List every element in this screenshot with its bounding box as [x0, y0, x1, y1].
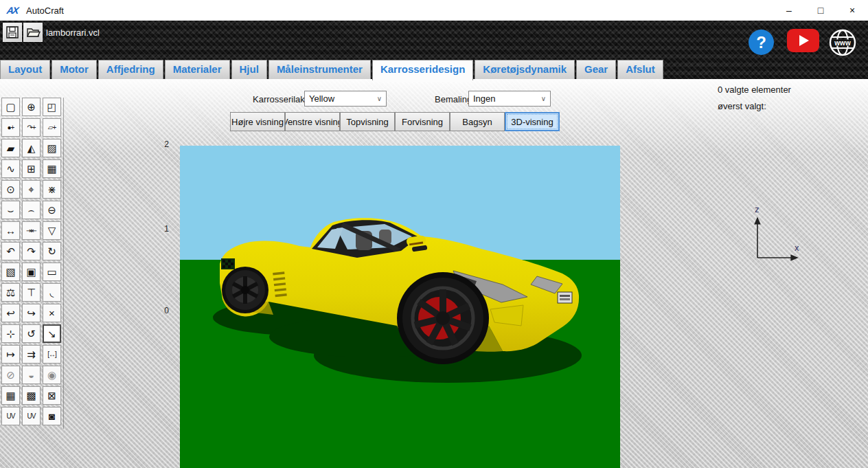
ruler-label-2: 2: [158, 140, 169, 149]
view-button-højre-visning[interactable]: Højre visning: [230, 112, 285, 131]
copy-group-icon[interactable]: ▦: [1, 386, 20, 405]
rotate-tool-icon[interactable]: ↺: [22, 324, 41, 343]
open-button[interactable]: [23, 23, 43, 42]
selection-frame-icon[interactable]: ◰: [43, 98, 61, 116]
decal-label: Bemaling: [435, 94, 472, 104]
scale-tool-icon[interactable]: ↘: [43, 324, 61, 343]
tab-affjedring[interactable]: Affjedring: [98, 60, 163, 79]
paint-color-value: Yellow: [309, 93, 334, 104]
snap-points-icon[interactable]: ⋇: [43, 180, 61, 199]
extrude-face-icon[interactable]: ⇉: [22, 345, 41, 364]
mirror-group-icon[interactable]: ⊠: [43, 386, 61, 405]
folder-icon: [25, 25, 41, 39]
normal-arrow-icon[interactable]: ▽: [43, 221, 61, 240]
show-element-icon[interactable]: ◉: [43, 366, 61, 384]
rotate-surface-x-icon[interactable]: ↶: [1, 242, 20, 260]
decal-dropdown[interactable]: Ingen ∨: [468, 91, 551, 107]
paste-group-icon[interactable]: ▩: [22, 386, 41, 405]
hide-element-icon[interactable]: ⊘: [1, 366, 20, 384]
duplicate-surface-icon[interactable]: ▨: [43, 139, 61, 157]
tab-materialer[interactable]: Materialer: [165, 60, 230, 79]
tab-hjul[interactable]: Hjul: [231, 60, 267, 79]
weld-points-icon[interactable]: ⚖: [1, 283, 20, 302]
add-polyline-icon[interactable]: ∿: [1, 159, 20, 178]
extrude-solid-icon[interactable]: ▭: [43, 263, 61, 281]
front-wheel[interactable]: [397, 272, 489, 364]
add-point-icon[interactable]: ●+: [1, 118, 20, 137]
chevron-down-icon: ∨: [377, 95, 382, 102]
move-tool-icon[interactable]: ⊹: [1, 324, 20, 343]
svg-text:www: www: [834, 39, 851, 47]
new-file-icon[interactable]: ▢: [1, 98, 20, 116]
split-squares-icon[interactable]: ▦: [43, 159, 61, 178]
tool-palette: ▢⊕◰●+↷+▱+▰◭▨∿⊞▦⊙⌖⋇⌣⌢⊖↔⇥⇤▽↶↷↻▧▣▭⚖⊤◟↩↪×⊹↺↘…: [1, 98, 63, 427]
inset-surface-icon[interactable]: ▣: [22, 263, 41, 281]
top-selected-label: øverst valgt:: [718, 101, 766, 111]
z-axis-label: z: [755, 204, 760, 214]
paint-color-dropdown[interactable]: Yellow ∨: [304, 91, 387, 107]
x-axis-label: x: [795, 243, 799, 253]
fillet-corner-icon[interactable]: ◟: [43, 283, 61, 302]
arc-shallow-icon[interactable]: ⌣: [1, 201, 20, 219]
subdivide-grid-icon[interactable]: ⊞: [22, 159, 41, 178]
spread-points-icon[interactable]: ↔: [1, 221, 20, 240]
merge-distance-icon[interactable]: ⇥⇤: [22, 221, 41, 240]
help-button[interactable]: ?: [749, 30, 774, 55]
fill-ellipse-icon[interactable]: ⊖: [43, 201, 61, 219]
car-rear-grill: [221, 258, 235, 269]
add-surface-icon[interactable]: ▱+: [43, 118, 61, 137]
rotate-surface-y-icon[interactable]: ↷: [22, 242, 41, 260]
merge-points-icon[interactable]: ⊙: [1, 180, 20, 199]
viewport-3d-canvas[interactable]: [180, 146, 620, 468]
delete-icon[interactable]: ×: [43, 304, 61, 322]
main-tab-bar: LayoutMotorAffjedringMaterialerHjulMålei…: [0, 60, 665, 80]
view-button-venstre-visning[interactable]: Venstre visning: [285, 112, 340, 131]
tab-layout[interactable]: Layout: [0, 60, 50, 79]
maximize-button[interactable]: □: [805, 0, 836, 21]
stitch-edges-icon[interactable]: ⊤: [22, 283, 41, 302]
paint-label: Karrosserilak:: [253, 94, 307, 104]
view-button-forvisning[interactable]: Forvisning: [395, 112, 450, 131]
tab-køretøjsdynamik[interactable]: Køretøjsdynamik: [475, 60, 575, 79]
website-button[interactable]: www: [827, 27, 858, 60]
tab-karrosseridesign[interactable]: Karrosseridesign: [372, 60, 473, 80]
shear-surface-icon[interactable]: ▧: [1, 263, 20, 281]
render-camera-icon[interactable]: ◙: [43, 407, 61, 425]
uv-map-car-icon[interactable]: UV: [22, 407, 41, 425]
translate-points-icon[interactable]: ↦: [1, 345, 20, 364]
current-filename: lamborrari.vcl: [46, 27, 100, 38]
close-button[interactable]: ×: [836, 0, 868, 21]
view-button-row: Højre visningVenstre visningTopvisningFo…: [230, 112, 560, 131]
distribute-points-icon[interactable]: [↔]: [43, 345, 61, 364]
view-button-3d-visning[interactable]: 3D-visning: [505, 112, 560, 131]
tab-gear[interactable]: Gear: [576, 60, 616, 79]
add-curve-point-icon[interactable]: ↷+: [22, 118, 41, 137]
save-button[interactable]: [3, 23, 22, 42]
view-button-bagsyn[interactable]: Bagsyn: [450, 112, 505, 131]
rotate-surface-z-icon[interactable]: ↻: [43, 242, 61, 260]
undo-icon[interactable]: ↩: [1, 304, 20, 322]
hide-partial-icon[interactable]: ◒: [22, 366, 41, 384]
ruler-label-0: 0: [158, 306, 169, 315]
redo-icon[interactable]: ↪: [22, 304, 41, 322]
arc-steep-icon[interactable]: ⌢: [22, 201, 41, 219]
uv-map-surface-icon[interactable]: UV: [1, 407, 20, 425]
play-icon: [799, 35, 809, 46]
view-button-topvisning[interactable]: Topvisning: [340, 112, 395, 131]
tab-motor[interactable]: Motor: [52, 60, 97, 79]
surface-points-icon[interactable]: ▰: [1, 139, 20, 157]
selected-count-text: 0 valgte elementer: [718, 85, 791, 95]
tool-palette-edge: [63, 98, 64, 429]
ruler-label-1: 1: [158, 224, 169, 234]
triangulate-icon[interactable]: ◭: [22, 139, 41, 157]
minimize-button[interactable]: –: [773, 0, 805, 21]
license-plate: [558, 292, 572, 303]
tab-måleinstrumenter[interactable]: Måleinstrumenter: [269, 60, 371, 79]
rear-wheel[interactable]: [222, 267, 269, 313]
add-car-icon[interactable]: ⊕: [22, 98, 41, 116]
question-mark-icon: ?: [756, 33, 766, 52]
globe-www-icon: www: [827, 27, 858, 58]
youtube-button[interactable]: [787, 29, 819, 52]
tab-afslut[interactable]: Afslut: [617, 60, 663, 79]
align-points-icon[interactable]: ⌖: [22, 180, 41, 199]
